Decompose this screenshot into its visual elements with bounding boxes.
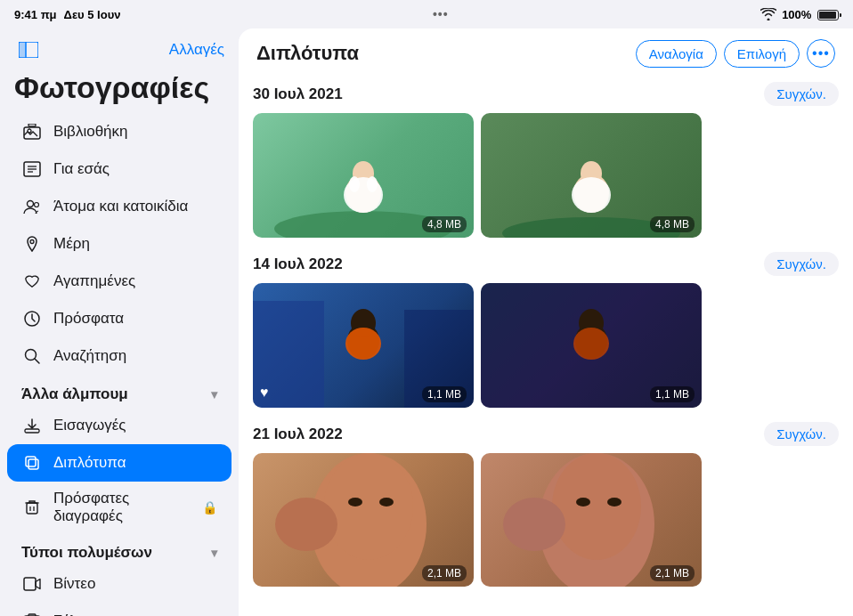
imports-icon xyxy=(21,415,43,436)
svg-rect-22 xyxy=(24,578,36,590)
photos-scroll-area[interactable]: 30 Ιουλ 2021 Συγχών. xyxy=(239,75,853,616)
date-row-3: 21 Ιουλ 2022 Συγχών. xyxy=(253,422,839,446)
heart-icon-2-1: ♥ xyxy=(260,385,269,401)
status-day-date: Δευ 5 Ιουν xyxy=(64,8,121,21)
photo-size-3-2: 2,1 MB xyxy=(650,565,695,581)
app-container: Αλλαγές Φωτογραφίες Βιβλιοθήκη xyxy=(0,28,853,616)
svg-point-11 xyxy=(35,203,39,207)
sidebar-item-people[interactable]: Άτομα και κατοικίδια xyxy=(7,188,232,225)
sidebar-item-recently-deleted-label: Πρόσφατες διαγραφές xyxy=(53,490,191,525)
merge-button-3[interactable]: Συγχών. xyxy=(764,422,839,446)
svg-rect-16 xyxy=(25,429,39,433)
svg-point-12 xyxy=(30,240,34,244)
media-chevron-icon: ▾ xyxy=(211,546,217,560)
more-dots-icon: ••• xyxy=(812,45,830,61)
svg-point-10 xyxy=(28,201,34,207)
sidebar-item-people-label: Άτομα και κατοικίδια xyxy=(53,198,217,215)
search-icon xyxy=(21,345,43,367)
photo-size-1-2: 4,8 MB xyxy=(650,216,695,232)
sidebar-item-recent-label: Πρόσφατα xyxy=(53,310,217,328)
sidebar-item-favorites-label: Αγαπημένες xyxy=(53,272,217,290)
albums-section-label: Άλλα άλμπουμ xyxy=(21,385,128,403)
main-header: Διπλότυπα Αναλογία Επιλογή ••• xyxy=(239,28,853,75)
albums-chevron-icon: ▾ xyxy=(211,387,217,401)
for-you-icon xyxy=(21,158,43,180)
merge-button-2[interactable]: Συγχών. xyxy=(764,252,839,276)
recent-icon xyxy=(21,308,43,329)
photo-thumb-1-1[interactable]: 4,8 MB xyxy=(253,113,474,238)
albums-section-header[interactable]: Άλλα άλμπουμ ▾ xyxy=(0,375,239,407)
sidebar-item-search[interactable]: Αναζήτηση xyxy=(7,337,232,375)
analogy-button[interactable]: Αναλογία xyxy=(636,40,717,68)
media-section: Βίντεο Σέλφι xyxy=(0,565,239,616)
sidebar: Αλλαγές Φωτογραφίες Βιβλιοθήκη xyxy=(0,28,239,616)
sidebar-item-selfies[interactable]: Σέλφι xyxy=(7,603,232,616)
photo-size-2-1: 1,1 MB xyxy=(422,386,467,402)
svg-point-48 xyxy=(345,328,381,360)
videos-icon xyxy=(21,573,43,595)
recently-deleted-icon xyxy=(21,497,43,518)
svg-point-54 xyxy=(324,453,413,560)
photo-thumb-3-2[interactable]: 2,1 MB xyxy=(481,453,702,587)
merge-button-1[interactable]: Συγχών. xyxy=(764,82,839,106)
svg-point-55 xyxy=(275,498,337,551)
wifi-icon xyxy=(760,8,776,20)
photo-thumb-3-1[interactable]: 2,1 MB xyxy=(253,453,474,587)
media-section-header[interactable]: Τύποι πολυμέσων ▾ xyxy=(0,533,239,565)
sidebar-item-recently-deleted[interactable]: Πρόσφατες διαγραφές 🔒 xyxy=(7,482,232,533)
status-time: 9:41 πμ xyxy=(14,8,57,21)
date-row-2: 14 Ιουλ 2022 Συγχών. xyxy=(253,252,839,276)
svg-point-38 xyxy=(349,176,360,192)
allages-button[interactable]: Αλλαγές xyxy=(169,41,224,59)
sidebar-item-library[interactable]: Βιβλιοθήκη xyxy=(7,113,232,150)
selfies-icon xyxy=(21,611,43,616)
sidebar-item-recent[interactable]: Πρόσφατα xyxy=(7,300,232,337)
sidebar-item-library-label: Βιβλιοθήκη xyxy=(53,123,217,141)
lock-icon: 🔒 xyxy=(202,500,217,515)
favorites-icon xyxy=(21,271,43,292)
sidebar-item-selfies-label: Σέλφι xyxy=(53,612,217,616)
sidebar-item-imports[interactable]: Εισαγωγές xyxy=(7,407,232,444)
svg-point-59 xyxy=(552,453,641,560)
albums-section: Εισαγωγές Διπλότυπα xyxy=(0,407,239,533)
date-label-2: 14 Ιουλ 2022 xyxy=(253,255,343,273)
sidebar-item-places-label: Μέρη xyxy=(53,235,217,253)
photo-thumb-2-2[interactable]: 1,1 MB xyxy=(481,283,702,408)
sidebar-toggle-button[interactable] xyxy=(14,36,43,64)
sidebar-item-favorites[interactable]: Αγαπημένες xyxy=(7,263,232,300)
sidebar-item-for-you-label: Για εσάς xyxy=(53,160,217,178)
sidebar-title: Φωτογραφίες xyxy=(0,68,239,113)
status-more-dots: ••• xyxy=(433,7,449,21)
photo-thumb-1-2[interactable]: 4,8 MB xyxy=(481,113,702,238)
photo-row-1: 4,8 MB 4,8 MB xyxy=(253,113,839,238)
sidebar-item-imports-label: Εισαγωγές xyxy=(53,417,217,434)
sidebar-item-duplicates[interactable]: Διπλότυπα xyxy=(7,444,232,482)
battery-icon: 100% xyxy=(782,8,839,21)
photo-thumb-2-1[interactable]: ♥ 1,1 MB xyxy=(253,283,474,408)
header-buttons: Αναλογία Επιλογή ••• xyxy=(636,39,835,68)
sidebar-item-duplicates-label: Διπλότυπα xyxy=(53,454,217,472)
svg-point-43 xyxy=(572,177,611,213)
sidebar-item-for-you[interactable]: Για εσάς xyxy=(7,150,232,188)
svg-rect-17 xyxy=(28,459,38,469)
main-content: Διπλότυπα Αναλογία Επιλογή ••• 30 Ιουλ 2… xyxy=(239,28,853,616)
status-bar: 9:41 πμ Δευ 5 Ιουν ••• 100% xyxy=(0,0,853,28)
epilogi-button[interactable]: Επιλογή xyxy=(724,40,800,68)
svg-line-15 xyxy=(35,359,39,363)
sidebar-header: Αλλαγές xyxy=(0,28,239,68)
sidebar-nav-section: Βιβλιοθήκη Για εσάς xyxy=(0,113,239,375)
date-row-1: 30 Ιουλ 2021 Συγχών. xyxy=(253,82,839,106)
svg-rect-18 xyxy=(26,457,36,466)
photo-row-2: ♥ 1,1 MB 1,1 MB xyxy=(253,283,839,408)
svg-rect-19 xyxy=(27,503,37,514)
photo-size-2-2: 1,1 MB xyxy=(650,386,695,402)
more-options-button[interactable]: ••• xyxy=(807,39,835,68)
svg-rect-5 xyxy=(28,124,36,126)
sidebar-item-videos[interactable]: Βίντεο xyxy=(7,565,232,603)
sidebar-item-videos-label: Βίντεο xyxy=(53,575,217,593)
bottom-info: 14 φωτογραφιών Τα διπλότυπα κατηγοριοποι… xyxy=(253,601,839,616)
sidebar-item-search-label: Αναζήτηση xyxy=(53,347,217,365)
svg-point-62 xyxy=(607,498,621,507)
sidebar-item-places[interactable]: Μέρη xyxy=(7,225,232,263)
svg-point-56 xyxy=(348,498,362,507)
